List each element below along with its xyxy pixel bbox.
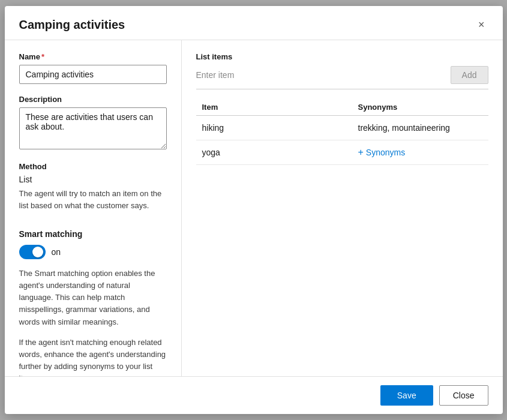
required-indicator: * bbox=[41, 52, 44, 61]
close-button[interactable]: Close bbox=[439, 385, 488, 406]
row-item-yoga: yoga bbox=[202, 148, 358, 157]
toggle-row: on bbox=[19, 245, 167, 259]
smart-matching-group: Smart matching on The Smart matching opt… bbox=[19, 229, 167, 376]
method-group: Method List The agent will try to match … bbox=[19, 162, 167, 211]
row-synonyms-yoga: + Synonyms bbox=[358, 148, 488, 157]
synonyms-label: Synonyms bbox=[366, 148, 405, 157]
toggle-on-label: on bbox=[52, 247, 61, 257]
description-field-group: Description These are activities that us… bbox=[19, 95, 167, 151]
plus-icon: + bbox=[358, 148, 364, 157]
save-button[interactable]: Save bbox=[380, 385, 433, 406]
add-item-button[interactable]: Add bbox=[451, 66, 488, 84]
table-header: Item Synonyms bbox=[196, 99, 488, 116]
name-label: Name* bbox=[19, 52, 167, 61]
smart-desc-2: If the agent isn't matching enough relat… bbox=[19, 337, 167, 376]
method-label: Method bbox=[19, 162, 167, 171]
right-panel: List items Add Item Synonyms hiking trek… bbox=[182, 40, 503, 376]
description-textarea[interactable]: These are activities that users can ask … bbox=[19, 107, 167, 149]
description-label: Description bbox=[19, 95, 167, 104]
list-items-label: List items bbox=[196, 52, 488, 61]
name-field-group: Name* bbox=[19, 52, 167, 84]
add-item-row: Add bbox=[196, 66, 488, 89]
left-panel: Name* Description These are activities t… bbox=[5, 40, 182, 376]
name-input[interactable] bbox=[19, 65, 167, 84]
smart-desc-1: The Smart matching option enables the ag… bbox=[19, 268, 167, 328]
col-synonyms-header: Synonyms bbox=[358, 103, 488, 112]
modal-overlay: Camping activities × Name* Description T… bbox=[0, 0, 507, 420]
col-item-header: Item bbox=[202, 103, 358, 112]
smart-matching-toggle[interactable] bbox=[19, 245, 46, 259]
add-synonyms-button[interactable]: + Synonyms bbox=[358, 148, 406, 157]
toggle-thumb bbox=[32, 247, 43, 257]
smart-matching-label: Smart matching bbox=[19, 229, 167, 239]
modal-header: Camping activities × bbox=[5, 6, 503, 40]
method-value: List bbox=[19, 175, 167, 184]
method-description: The agent will try to match an item on t… bbox=[19, 188, 167, 211]
modal-close-button[interactable]: × bbox=[475, 17, 488, 32]
table-row: hiking trekking, mountaineering bbox=[196, 116, 488, 140]
modal-body: Name* Description These are activities t… bbox=[5, 40, 503, 376]
modal-title: Camping activities bbox=[19, 18, 125, 32]
row-item-hiking: hiking bbox=[202, 123, 358, 133]
row-synonyms-hiking: trekking, mountaineering bbox=[358, 123, 488, 133]
modal-footer: Save Close bbox=[5, 376, 503, 414]
enter-item-input[interactable] bbox=[196, 68, 446, 82]
table-row: yoga + Synonyms bbox=[196, 140, 488, 165]
modal-container: Camping activities × Name* Description T… bbox=[5, 6, 503, 414]
